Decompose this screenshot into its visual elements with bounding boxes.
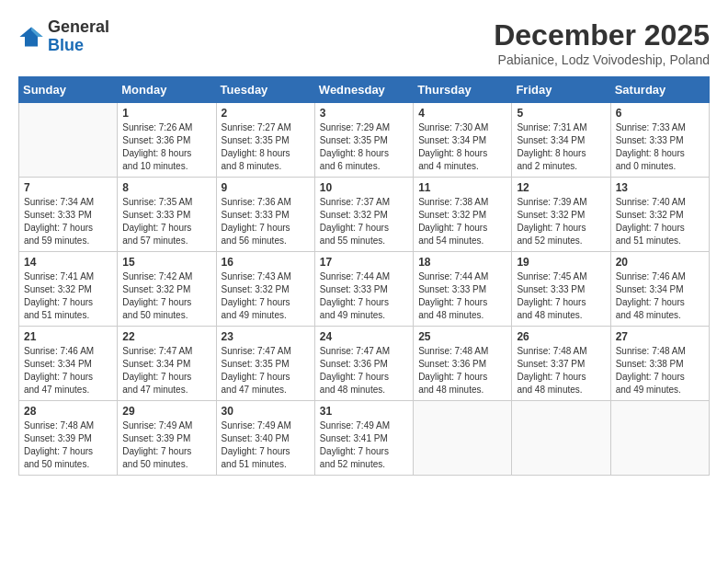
day-info: Sunrise: 7:49 AM Sunset: 3:40 PM Dayligh… bbox=[222, 419, 310, 471]
day-number: 15 bbox=[122, 256, 210, 269]
day-info: Sunrise: 7:47 AM Sunset: 3:36 PM Dayligh… bbox=[320, 345, 408, 396]
day-info: Sunrise: 7:48 AM Sunset: 3:39 PM Dayligh… bbox=[24, 419, 112, 471]
day-info: Sunrise: 7:49 AM Sunset: 3:39 PM Dayligh… bbox=[122, 419, 210, 471]
logo-icon bbox=[18, 24, 44, 50]
day-number: 6 bbox=[616, 107, 704, 120]
day-info: Sunrise: 7:48 AM Sunset: 3:37 PM Dayligh… bbox=[517, 345, 605, 396]
calendar-week-5: 28Sunrise: 7:48 AM Sunset: 3:39 PM Dayli… bbox=[19, 401, 710, 476]
calendar-cell: 15Sunrise: 7:42 AM Sunset: 3:32 PM Dayli… bbox=[118, 252, 216, 327]
day-info: Sunrise: 7:48 AM Sunset: 3:38 PM Dayligh… bbox=[616, 345, 704, 396]
calendar-week-4: 21Sunrise: 7:46 AM Sunset: 3:34 PM Dayli… bbox=[19, 327, 710, 401]
calendar-cell: 28Sunrise: 7:48 AM Sunset: 3:39 PM Dayli… bbox=[19, 401, 118, 476]
day-number: 9 bbox=[222, 181, 310, 194]
day-number: 22 bbox=[122, 330, 210, 343]
calendar-cell: 13Sunrise: 7:40 AM Sunset: 3:32 PM Dayli… bbox=[610, 178, 709, 252]
day-info: Sunrise: 7:34 AM Sunset: 3:33 PM Dayligh… bbox=[24, 196, 112, 247]
day-number: 13 bbox=[616, 181, 704, 194]
day-number: 16 bbox=[222, 256, 310, 269]
calendar-cell: 5Sunrise: 7:31 AM Sunset: 3:34 PM Daylig… bbox=[512, 103, 610, 178]
day-info: Sunrise: 7:27 AM Sunset: 3:35 PM Dayligh… bbox=[222, 121, 310, 173]
calendar-cell: 31Sunrise: 7:49 AM Sunset: 3:41 PM Dayli… bbox=[314, 401, 413, 476]
day-number: 19 bbox=[517, 256, 605, 269]
day-info: Sunrise: 7:47 AM Sunset: 3:35 PM Dayligh… bbox=[222, 345, 310, 396]
calendar-cell: 6Sunrise: 7:33 AM Sunset: 3:33 PM Daylig… bbox=[610, 103, 709, 178]
day-info: Sunrise: 7:43 AM Sunset: 3:32 PM Dayligh… bbox=[222, 270, 310, 322]
day-info: Sunrise: 7:35 AM Sunset: 3:33 PM Dayligh… bbox=[122, 196, 210, 247]
calendar-cell bbox=[610, 401, 709, 476]
calendar-cell: 14Sunrise: 7:41 AM Sunset: 3:32 PM Dayli… bbox=[19, 252, 118, 327]
day-number: 24 bbox=[320, 330, 408, 343]
calendar-cell: 26Sunrise: 7:48 AM Sunset: 3:37 PM Dayli… bbox=[512, 327, 610, 401]
calendar-week-3: 14Sunrise: 7:41 AM Sunset: 3:32 PM Dayli… bbox=[19, 252, 710, 327]
calendar-cell: 18Sunrise: 7:44 AM Sunset: 3:33 PM Dayli… bbox=[414, 252, 512, 327]
day-info: Sunrise: 7:45 AM Sunset: 3:33 PM Dayligh… bbox=[517, 270, 605, 322]
day-info: Sunrise: 7:44 AM Sunset: 3:33 PM Dayligh… bbox=[320, 270, 408, 322]
logo-text: General Blue bbox=[48, 18, 109, 55]
day-number: 12 bbox=[517, 181, 605, 194]
day-info: Sunrise: 7:31 AM Sunset: 3:34 PM Dayligh… bbox=[517, 121, 605, 173]
calendar-cell: 10Sunrise: 7:37 AM Sunset: 3:32 PM Dayli… bbox=[314, 178, 413, 252]
day-info: Sunrise: 7:46 AM Sunset: 3:34 PM Dayligh… bbox=[24, 345, 112, 396]
day-info: Sunrise: 7:44 AM Sunset: 3:33 PM Dayligh… bbox=[418, 270, 506, 322]
calendar-cell: 8Sunrise: 7:35 AM Sunset: 3:33 PM Daylig… bbox=[118, 178, 216, 252]
day-number: 18 bbox=[418, 256, 506, 269]
logo-general-text: General bbox=[48, 17, 109, 36]
title-block: December 2025 Pabianice, Lodz Voivodeshi… bbox=[494, 18, 710, 67]
day-number: 11 bbox=[418, 181, 506, 194]
day-number: 31 bbox=[320, 405, 408, 418]
day-number: 14 bbox=[24, 256, 112, 269]
calendar-cell: 16Sunrise: 7:43 AM Sunset: 3:32 PM Dayli… bbox=[216, 252, 314, 327]
calendar-week-1: 1Sunrise: 7:26 AM Sunset: 3:36 PM Daylig… bbox=[19, 103, 710, 178]
day-number: 29 bbox=[122, 405, 210, 418]
calendar-cell: 29Sunrise: 7:49 AM Sunset: 3:39 PM Dayli… bbox=[118, 401, 216, 476]
day-number: 25 bbox=[418, 330, 506, 343]
day-info: Sunrise: 7:29 AM Sunset: 3:35 PM Dayligh… bbox=[320, 121, 408, 173]
calendar-cell: 25Sunrise: 7:48 AM Sunset: 3:36 PM Dayli… bbox=[414, 327, 512, 401]
day-number: 10 bbox=[320, 181, 408, 194]
day-number: 28 bbox=[24, 405, 112, 418]
page-header: General Blue December 2025 Pabianice, Lo… bbox=[18, 18, 710, 67]
day-number: 3 bbox=[320, 107, 408, 120]
day-info: Sunrise: 7:38 AM Sunset: 3:32 PM Dayligh… bbox=[418, 196, 506, 247]
day-info: Sunrise: 7:48 AM Sunset: 3:36 PM Dayligh… bbox=[418, 345, 506, 396]
calendar-cell: 7Sunrise: 7:34 AM Sunset: 3:33 PM Daylig… bbox=[19, 178, 118, 252]
calendar-cell: 1Sunrise: 7:26 AM Sunset: 3:36 PM Daylig… bbox=[118, 103, 216, 178]
calendar-cell: 19Sunrise: 7:45 AM Sunset: 3:33 PM Dayli… bbox=[512, 252, 610, 327]
day-info: Sunrise: 7:36 AM Sunset: 3:33 PM Dayligh… bbox=[222, 196, 310, 247]
calendar-cell: 3Sunrise: 7:29 AM Sunset: 3:35 PM Daylig… bbox=[314, 103, 413, 178]
day-info: Sunrise: 7:26 AM Sunset: 3:36 PM Dayligh… bbox=[122, 121, 210, 173]
calendar-cell: 2Sunrise: 7:27 AM Sunset: 3:35 PM Daylig… bbox=[216, 103, 314, 178]
weekday-header-sunday: Sunday bbox=[19, 77, 118, 103]
day-number: 20 bbox=[616, 256, 704, 269]
day-number: 27 bbox=[616, 330, 704, 343]
weekday-header-friday: Friday bbox=[512, 77, 610, 103]
weekday-header-wednesday: Wednesday bbox=[314, 77, 413, 103]
day-info: Sunrise: 7:46 AM Sunset: 3:34 PM Dayligh… bbox=[616, 270, 704, 322]
day-number: 2 bbox=[222, 107, 310, 120]
calendar-cell: 30Sunrise: 7:49 AM Sunset: 3:40 PM Dayli… bbox=[216, 401, 314, 476]
logo-blue-text: Blue bbox=[48, 36, 84, 54]
weekday-header-monday: Monday bbox=[118, 77, 216, 103]
day-info: Sunrise: 7:47 AM Sunset: 3:34 PM Dayligh… bbox=[122, 345, 210, 396]
calendar-cell: 12Sunrise: 7:39 AM Sunset: 3:32 PM Dayli… bbox=[512, 178, 610, 252]
day-info: Sunrise: 7:49 AM Sunset: 3:41 PM Dayligh… bbox=[320, 419, 408, 471]
day-info: Sunrise: 7:41 AM Sunset: 3:32 PM Dayligh… bbox=[24, 270, 112, 322]
month-title: December 2025 bbox=[494, 18, 710, 52]
calendar-cell bbox=[19, 103, 118, 178]
day-number: 17 bbox=[320, 256, 408, 269]
weekday-header-saturday: Saturday bbox=[610, 77, 709, 103]
day-info: Sunrise: 7:39 AM Sunset: 3:32 PM Dayligh… bbox=[517, 196, 605, 247]
day-number: 21 bbox=[24, 330, 112, 343]
day-number: 8 bbox=[122, 181, 210, 194]
calendar-cell bbox=[414, 401, 512, 476]
day-number: 7 bbox=[24, 181, 112, 194]
calendar-table: SundayMondayTuesdayWednesdayThursdayFrid… bbox=[18, 76, 710, 476]
calendar-week-2: 7Sunrise: 7:34 AM Sunset: 3:33 PM Daylig… bbox=[19, 178, 710, 252]
day-info: Sunrise: 7:40 AM Sunset: 3:32 PM Dayligh… bbox=[616, 196, 704, 247]
location: Pabianice, Lodz Voivodeship, Poland bbox=[494, 52, 710, 67]
day-info: Sunrise: 7:37 AM Sunset: 3:32 PM Dayligh… bbox=[320, 196, 408, 247]
calendar-cell: 17Sunrise: 7:44 AM Sunset: 3:33 PM Dayli… bbox=[314, 252, 413, 327]
calendar-cell: 20Sunrise: 7:46 AM Sunset: 3:34 PM Dayli… bbox=[610, 252, 709, 327]
calendar-cell: 24Sunrise: 7:47 AM Sunset: 3:36 PM Dayli… bbox=[314, 327, 413, 401]
calendar-cell: 22Sunrise: 7:47 AM Sunset: 3:34 PM Dayli… bbox=[118, 327, 216, 401]
